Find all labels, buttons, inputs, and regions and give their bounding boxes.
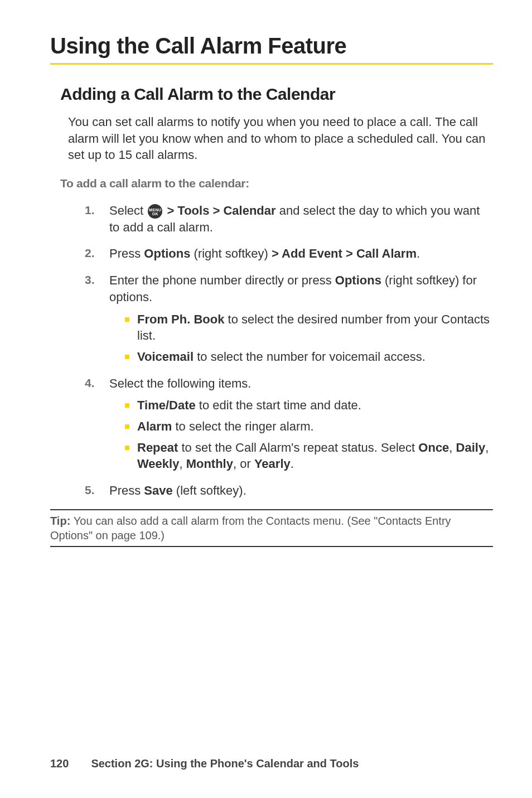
repeat-option: Monthly bbox=[186, 457, 233, 471]
repeat-option: Once bbox=[418, 441, 449, 454]
page: Using the Call Alarm Feature Adding a Ca… bbox=[0, 0, 532, 798]
page-title: Using the Call Alarm Feature bbox=[50, 33, 493, 59]
list-item: From Ph. Book to select the desired numb… bbox=[125, 311, 493, 344]
tip-label: Tip: bbox=[50, 515, 74, 527]
sep: , bbox=[485, 441, 489, 454]
step-text: Press bbox=[109, 246, 144, 260]
menu-path: > Tools > Calendar bbox=[163, 204, 275, 217]
list-item: Voicemail to select the number for voice… bbox=[125, 349, 493, 365]
list-item: Time/Date to edit the start time and dat… bbox=[125, 397, 493, 414]
tip-text: You can also add a call alarm from the C… bbox=[50, 515, 451, 541]
menu-path: > Add Event > Call Alarm bbox=[272, 246, 417, 260]
sub-list: From Ph. Book to select the desired numb… bbox=[125, 311, 493, 365]
title-underline bbox=[50, 63, 493, 65]
option-desc: to set the Call Alarm's repeat status. S… bbox=[178, 441, 418, 454]
option-name: From Ph. Book bbox=[137, 312, 224, 326]
softkey-label: Options bbox=[335, 273, 381, 287]
option-name: Voicemail bbox=[137, 350, 194, 364]
step-1: 1. Select MENUOK > Tools > Calendar and … bbox=[85, 202, 493, 235]
step-4: 4. Select the following items. Time/Date… bbox=[85, 375, 493, 472]
sep: . bbox=[291, 457, 294, 471]
repeat-option: Daily bbox=[456, 441, 486, 454]
softkey-label: Save bbox=[144, 483, 172, 497]
step-number: 2. bbox=[85, 245, 95, 261]
icon-line2: OK bbox=[152, 212, 158, 216]
menu-ok-icon: MENUOK bbox=[148, 204, 162, 219]
steps-list: 1. Select MENUOK > Tools > Calendar and … bbox=[85, 202, 493, 499]
step-text: (left softkey). bbox=[173, 483, 246, 497]
step-5: 5. Press Save (left softkey). bbox=[85, 482, 493, 499]
step-text: (right softkey) bbox=[190, 246, 271, 260]
step-number: 4. bbox=[85, 375, 95, 391]
step-text: Enter the phone number directly or press bbox=[109, 273, 335, 287]
option-desc: to select the number for voicemail acces… bbox=[194, 350, 425, 364]
step-text: . bbox=[417, 246, 420, 260]
section-heading: Adding a Call Alarm to the Calendar bbox=[60, 85, 493, 104]
step-number: 5. bbox=[85, 482, 95, 498]
step-2: 2. Press Options (right softkey) > Add E… bbox=[85, 245, 493, 262]
intro-paragraph: You can set call alarms to notify you wh… bbox=[68, 114, 493, 163]
option-desc: to select the ringer alarm. bbox=[172, 419, 313, 433]
tip-box: Tip: You can also add a call alarm from … bbox=[50, 509, 493, 547]
list-item: Alarm to select the ringer alarm. bbox=[125, 418, 493, 435]
step-text: Press bbox=[109, 483, 144, 497]
procedure-title: To add a call alarm to the calendar: bbox=[60, 177, 493, 190]
option-name: Time/Date bbox=[137, 398, 196, 412]
sep: , bbox=[179, 457, 186, 471]
option-desc: to edit the start time and date. bbox=[196, 398, 361, 412]
step-number: 1. bbox=[85, 202, 95, 218]
repeat-option: Yearly bbox=[254, 457, 291, 471]
sub-list: Time/Date to edit the start time and dat… bbox=[125, 397, 493, 472]
sep: , bbox=[449, 441, 456, 454]
option-name: Repeat bbox=[137, 441, 178, 454]
list-item: Repeat to set the Call Alarm's repeat st… bbox=[125, 439, 493, 472]
icon-line1: MENU bbox=[149, 208, 161, 212]
step-3: 3. Enter the phone number directly or pr… bbox=[85, 272, 493, 365]
step-number: 3. bbox=[85, 272, 95, 288]
step-text: Select bbox=[109, 204, 147, 217]
step-text: Select the following items. bbox=[109, 376, 251, 390]
sep: , or bbox=[233, 457, 254, 471]
repeat-option: Weekly bbox=[137, 457, 179, 471]
page-number: 120 bbox=[50, 757, 69, 770]
page-footer: 120Section 2G: Using the Phone's Calenda… bbox=[50, 757, 359, 770]
option-name: Alarm bbox=[137, 419, 172, 433]
softkey-label: Options bbox=[144, 246, 190, 260]
section-label: Section 2G: Using the Phone's Calendar a… bbox=[91, 757, 359, 770]
